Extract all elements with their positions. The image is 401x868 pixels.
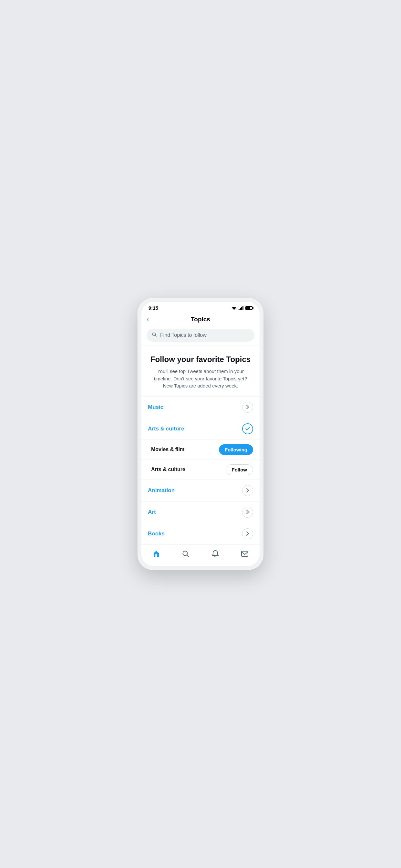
- status-bar: 9:15: [142, 302, 259, 313]
- topic-label-music: Music: [148, 404, 163, 410]
- chevron-art: [242, 507, 253, 518]
- status-icons: [231, 306, 252, 310]
- search-placeholder: Find Topics to follow: [160, 332, 207, 338]
- topic-item-art[interactable]: Art: [142, 501, 259, 523]
- svg-line-5: [155, 336, 156, 337]
- hero-section: Follow your favorite Topics You'll see t…: [142, 346, 259, 396]
- topic-label-books: Books: [148, 531, 165, 537]
- back-button[interactable]: ‹: [147, 316, 149, 323]
- page-title: Topics: [191, 316, 210, 323]
- topic-item-arts-culture[interactable]: Arts & culture: [142, 418, 259, 439]
- following-button-movies[interactable]: Following: [219, 444, 253, 455]
- hero-subtitle: You'll see top Tweets about them in your…: [149, 368, 252, 390]
- chevron-music: [242, 402, 253, 413]
- signal-icon: [239, 306, 244, 310]
- mail-icon: [241, 550, 249, 560]
- nav-item-search[interactable]: [175, 549, 196, 561]
- topic-label-arts-culture: Arts & culture: [148, 426, 184, 432]
- topic-item-animation[interactable]: Animation: [142, 479, 259, 501]
- sub-item-label-arts: Arts & culture: [151, 467, 185, 472]
- bottom-nav: [142, 545, 259, 566]
- chevron-books: [242, 528, 253, 539]
- phone-shell: 9:15: [137, 298, 264, 570]
- bell-icon: [212, 550, 219, 560]
- svg-rect-8: [242, 551, 248, 556]
- search-container: Find Topics to follow: [142, 327, 259, 345]
- phone-screen: 9:15: [142, 302, 259, 566]
- app-header: ‹ Topics: [142, 313, 259, 327]
- nav-item-notifications[interactable]: [205, 549, 226, 561]
- sub-item-label-movies: Movies & film: [151, 446, 184, 453]
- home-icon: [152, 550, 160, 560]
- svg-line-7: [187, 555, 189, 557]
- topics-list: Music Arts & culture Movies & film: [142, 396, 259, 545]
- check-arts-culture: [242, 423, 253, 434]
- battery-icon: [245, 306, 252, 310]
- svg-rect-3: [243, 306, 243, 310]
- sub-item-arts-culture[interactable]: Arts & culture Follow: [142, 460, 259, 479]
- search-nav-icon: [182, 550, 189, 560]
- svg-rect-1: [240, 308, 241, 310]
- chevron-animation: [242, 485, 253, 496]
- nav-item-messages[interactable]: [235, 549, 255, 561]
- follow-button-arts[interactable]: Follow: [226, 464, 253, 475]
- topic-label-art: Art: [148, 509, 156, 516]
- status-time: 9:15: [149, 305, 158, 311]
- topic-item-music[interactable]: Music: [142, 396, 259, 418]
- search-icon: [152, 332, 157, 338]
- topic-item-books[interactable]: Books: [142, 523, 259, 545]
- svg-rect-2: [241, 307, 242, 310]
- nav-item-home[interactable]: [146, 549, 166, 561]
- topic-label-animation: Animation: [148, 487, 175, 494]
- sub-item-movies-film[interactable]: Movies & film Following: [142, 439, 259, 460]
- search-box[interactable]: Find Topics to follow: [147, 329, 254, 342]
- wifi-icon: [231, 306, 237, 310]
- svg-rect-0: [239, 309, 240, 310]
- hero-title: Follow your favorite Topics: [149, 355, 252, 364]
